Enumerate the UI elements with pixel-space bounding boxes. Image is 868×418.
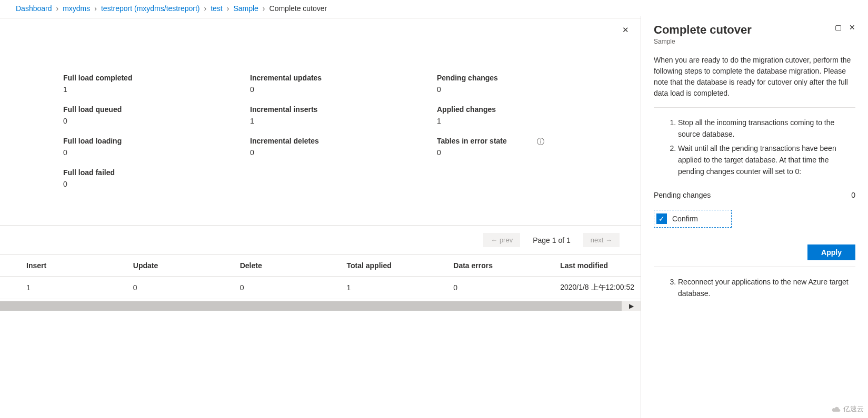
column-header: Data errors xyxy=(427,255,534,277)
stat-value: 1 xyxy=(437,117,624,125)
stat-label: Incremental inserts xyxy=(250,105,437,114)
chevron-right-icon: › xyxy=(56,4,59,13)
stat-label: Full load completed xyxy=(63,74,250,82)
prev-button[interactable]: ← prev xyxy=(483,233,520,247)
column-header: Total applied xyxy=(320,255,427,277)
apply-button[interactable]: Apply xyxy=(807,244,855,260)
stat-value: 0 xyxy=(63,117,250,125)
scroll-right-icon[interactable]: ▶ xyxy=(622,301,641,311)
step-2: Wait until all the pending transactions … xyxy=(678,143,855,177)
breadcrumb-link-sample[interactable]: Sample xyxy=(233,4,258,13)
stat-value: 1 xyxy=(250,117,437,125)
chevron-right-icon: › xyxy=(94,4,97,13)
horizontal-scrollbar[interactable]: ▶ xyxy=(0,301,641,311)
stat-label: Full load queued xyxy=(63,105,250,114)
pager: ← prev Page 1 of 1 next → xyxy=(0,226,641,254)
stat-label: Incremental deletes xyxy=(250,137,437,145)
step-1: Stop all the incoming transactions comin… xyxy=(678,117,855,140)
watermark: 亿速云 xyxy=(831,404,864,414)
table-cell: 0 xyxy=(214,277,321,299)
stat-label: Full load failed xyxy=(63,168,250,177)
breadcrumb-link-mxydms[interactable]: mxydms xyxy=(63,4,90,13)
table-section: ← prev Page 1 of 1 next → InsertUpdateDe… xyxy=(0,225,641,311)
stat-value: 0 xyxy=(63,180,250,188)
breadcrumb-link-test[interactable]: test xyxy=(211,4,223,13)
table-row[interactable]: 100102020/1/8 上午12:00:52 xyxy=(0,277,641,299)
stat-label: Applied changes xyxy=(437,105,624,114)
table-cell: 0 xyxy=(427,277,534,299)
stat-block: Full load queued0 xyxy=(63,105,250,125)
cloud-icon xyxy=(831,405,841,413)
table-cell: 1 xyxy=(320,277,427,299)
stat-value: 0 xyxy=(250,148,437,157)
cutover-panel: Complete cutover ▢ ✕ Sample When you are… xyxy=(641,16,868,418)
stats-grid: Full load completed1Incremental updates0… xyxy=(0,16,641,188)
chevron-right-icon: › xyxy=(263,4,265,13)
breadcrumb-current: Complete cutover xyxy=(270,4,327,13)
stat-block: Incremental inserts1 xyxy=(250,105,437,125)
close-icon[interactable]: ✕ xyxy=(849,23,855,32)
breadcrumb-link-dashboard[interactable]: Dashboard xyxy=(16,4,52,13)
panel-intro: When you are ready to do the migration c… xyxy=(654,55,855,99)
info-icon[interactable]: i xyxy=(537,138,544,145)
pending-label: Pending changes xyxy=(654,191,711,199)
stat-block: Full load completed1 xyxy=(63,74,250,94)
chevron-right-icon: › xyxy=(227,4,230,13)
main-content: ✕ Full load completed1Incremental update… xyxy=(0,16,641,418)
confirm-checkbox[interactable]: ✓ Confirm xyxy=(654,210,732,228)
stat-value: 0 xyxy=(437,85,624,94)
stat-value: 0 xyxy=(63,148,250,157)
steps-list-12: Stop all the incoming transactions comin… xyxy=(654,117,855,177)
close-icon[interactable]: ✕ xyxy=(622,25,629,35)
stat-block: Full load failed0 xyxy=(63,168,250,188)
panel-title: Complete cutover xyxy=(654,23,752,37)
confirm-label: Confirm xyxy=(672,215,698,223)
data-table: InsertUpdateDeleteTotal appliedData erro… xyxy=(0,254,641,299)
stat-block: Pending changes0 xyxy=(437,74,624,94)
maximize-icon[interactable]: ▢ xyxy=(835,23,842,32)
stat-label: Pending changes xyxy=(437,74,624,82)
pager-label: Page 1 of 1 xyxy=(533,236,571,244)
chevron-right-icon: › xyxy=(204,4,206,13)
column-header: Insert xyxy=(0,255,107,277)
pending-value: 0 xyxy=(851,191,855,199)
step-3: Reconnect your applications to the new A… xyxy=(678,277,855,299)
column-header: Last modified xyxy=(534,255,641,277)
column-header: Delete xyxy=(214,255,321,277)
column-header: Update xyxy=(107,255,214,277)
steps-list-3: Reconnect your applications to the new A… xyxy=(654,277,855,299)
table-cell: 0 xyxy=(107,277,214,299)
table-cell: 2020/1/8 上午12:00:52 xyxy=(534,277,641,299)
stat-value: 0 xyxy=(250,85,437,94)
stat-block: Tables in error statei0 xyxy=(437,137,624,157)
stat-label: Tables in error state xyxy=(437,137,624,145)
stat-block: Full load loading0 xyxy=(63,137,250,157)
table-cell: 1 xyxy=(0,277,107,299)
stat-value: 0 xyxy=(437,148,624,157)
stat-label: Full load loading xyxy=(63,137,250,145)
stat-label: Incremental updates xyxy=(250,74,437,82)
stat-block: Incremental updates0 xyxy=(250,74,437,94)
stat-block: Applied changes1 xyxy=(437,105,624,125)
panel-subtitle: Sample xyxy=(654,38,855,45)
stat-block: Incremental deletes0 xyxy=(250,137,437,157)
stat-value: 1 xyxy=(63,85,250,94)
pending-row: Pending changes 0 xyxy=(654,191,855,199)
next-button[interactable]: next → xyxy=(583,233,620,247)
breadcrumb-link-testreport[interactable]: testreport (mxydms/testreport) xyxy=(101,4,200,13)
checkbox-checked-icon[interactable]: ✓ xyxy=(656,213,667,224)
